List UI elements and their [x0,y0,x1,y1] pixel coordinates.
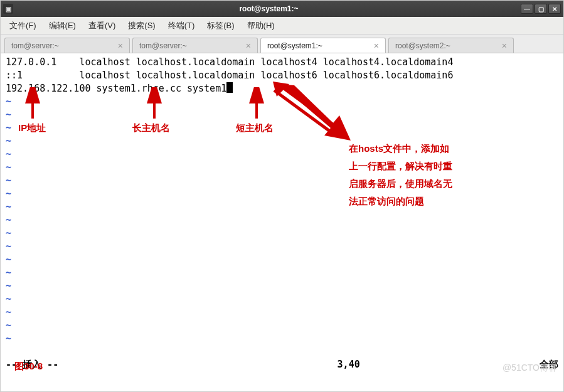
vim-tilde: ~ [6,96,11,107]
window-controls: — ▢ ✕ [521,4,561,14]
window-titlebar: ▣ root@system1:~ — ▢ ✕ [1,1,563,17]
maximize-button[interactable]: ▢ [535,4,547,14]
vim-tilde: ~ [6,201,11,213]
tab-close-icon[interactable]: × [118,41,123,50]
tab-close-icon[interactable]: × [502,41,507,50]
vim-tilde: ~ [6,188,11,199]
hosts-line-2: ::1 localhost localhost.localdomain loca… [6,70,453,81]
tab-close-icon[interactable]: × [374,41,379,50]
vim-tilde: ~ [6,122,11,134]
text-cursor [226,82,233,93]
vim-tilde: ~ [6,175,11,186]
hosts-line-3: 192.168.122.100 system1.rhce.cc system1 [6,83,226,94]
window-title: root@system1:~ [17,4,521,13]
tab-label: tom@server:~ [139,41,187,50]
menu-search[interactable]: 搜索(S) [125,19,157,33]
vim-tilde: ~ [6,135,11,147]
vim-tilde: ~ [6,228,11,239]
hosts-line-1: 127.0.0.1 localhost localhost.localdomai… [6,56,453,68]
vim-mode: -- 插入 -- [6,359,338,371]
tab-root-system1[interactable]: root@system1:~ × [260,38,386,53]
menu-edit[interactable]: 编辑(E) [46,19,78,33]
vim-tilde: ~ [6,109,11,120]
vim-tilde: ~ [6,294,11,305]
tabbar: tom@server:~ × tom@server:~ × root@syste… [1,34,563,53]
menu-help[interactable]: 帮助(H) [245,19,277,33]
vim-tilde: ~ [6,280,11,292]
vim-tilde: ~ [6,241,11,252]
menu-terminal[interactable]: 终端(T) [166,19,198,33]
vim-tilde: ~ [6,307,11,318]
minimize-button[interactable]: — [521,4,533,14]
vim-statusbar: -- 插入 -- 3,40 全部 [1,357,563,372]
tab-label: root@system1:~ [267,41,322,50]
vim-tilde: ~ [6,254,11,265]
tab-label: tom@server:~ [11,41,59,50]
vim-tilde: ~ [6,333,11,344]
tab-tom-server-2[interactable]: tom@server:~ × [132,38,258,53]
menu-tabs[interactable]: 标签(B) [205,19,237,33]
vim-tilde: ~ [6,267,11,278]
tab-close-icon[interactable]: × [246,41,251,50]
watermark: @51CTO博客 [503,363,557,374]
vim-tilde: ~ [6,149,11,160]
menu-view[interactable]: 查看(V) [86,19,118,33]
vim-cursor-pos: 3,40 [338,359,476,370]
terminal-app-icon: ▣ [3,4,13,14]
tab-label: root@system2:~ [395,41,450,50]
close-button[interactable]: ✕ [548,4,561,14]
vim-tilde: ~ [6,215,11,226]
menubar: 文件(F) 编辑(E) 查看(V) 搜索(S) 终端(T) 标签(B) 帮助(H… [1,17,563,34]
menu-file[interactable]: 文件(F) [7,19,39,33]
tab-root-system2[interactable]: root@system2:~ × [388,38,514,53]
vim-tilde: ~ [6,162,11,173]
tab-tom-server-1[interactable]: tom@server:~ × [4,38,130,53]
terminal-viewport[interactable]: 127.0.0.1 localhost localhost.localdomai… [1,53,563,357]
vim-tilde: ~ [6,320,11,331]
